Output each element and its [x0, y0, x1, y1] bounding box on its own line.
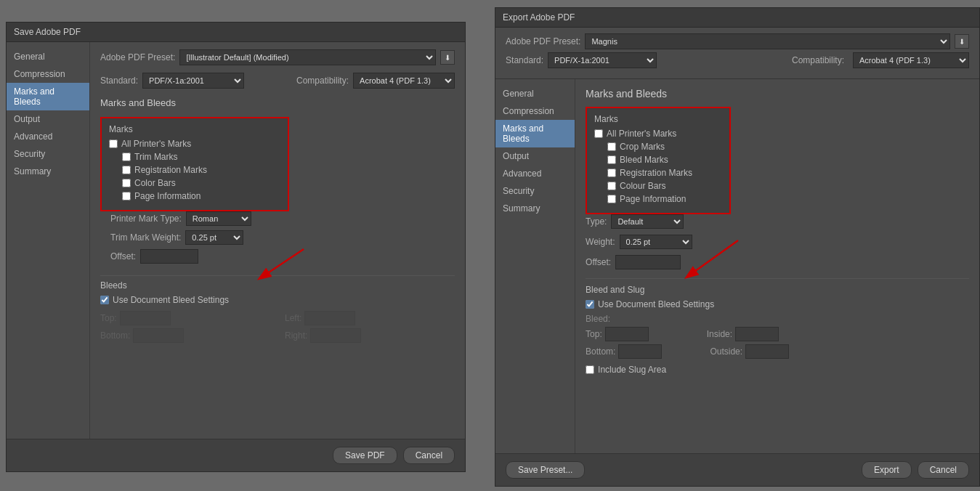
- trim-mark-weight-select[interactable]: 0.25 pt: [185, 230, 243, 245]
- right-standard-label: Standard:: [506, 55, 543, 65]
- right-offset-label: Offset:: [586, 257, 611, 267]
- right-sidebar-security[interactable]: Security: [495, 182, 575, 200]
- bleed-top-label: Top:: [100, 313, 117, 323]
- sidebar-item-marks-bleeds[interactable]: Marks and Bleeds: [7, 83, 89, 110]
- right-preset-label: Adobe PDF Preset:: [506, 36, 580, 46]
- right-sidebar-summary[interactable]: Summary: [495, 200, 575, 217]
- right-preset-select[interactable]: Magnis: [585, 33, 950, 49]
- right-crop-marks-label: Crop Marks: [620, 142, 665, 152]
- right-type-select[interactable]: Default: [611, 214, 684, 229]
- marks-box-title: Marks: [109, 124, 280, 134]
- bleed-bottom: Bottom: 3 mm: [100, 328, 270, 343]
- right-sidebar-advanced[interactable]: Advanced: [495, 165, 575, 182]
- right-bleed-marks-row: Bleed Marks: [607, 155, 722, 165]
- right-standard-select[interactable]: PDF/X-1a:2001: [548, 52, 657, 68]
- compat-label: Compatibility:: [296, 76, 349, 86]
- preset-label: Adobe PDF Preset:: [100, 52, 175, 62]
- right-page-info-checkbox[interactable]: [607, 195, 616, 203]
- section-header: Marks and Bleeds: [100, 97, 455, 108]
- offset-input[interactable]: 2,117 mm: [140, 249, 198, 264]
- preset-icon-btn[interactable]: ⬇: [440, 50, 455, 65]
- svg-line-1: [687, 240, 738, 277]
- right-use-doc-bleed-row: Use Document Bleed Settings: [586, 299, 969, 309]
- color-bars-row: Color Bars: [122, 178, 280, 188]
- right-sidebar-general[interactable]: General: [495, 85, 575, 102]
- right-page-info-row: Page Information: [607, 194, 722, 204]
- export-button[interactable]: Export: [862, 461, 912, 479]
- bleed-right-input[interactable]: 3 mm: [310, 328, 361, 343]
- marks-box: Marks All Printer's Marks Trim Marks Reg…: [100, 117, 289, 211]
- color-bars-checkbox[interactable]: [122, 179, 131, 187]
- export-content: Marks and Bleeds Marks All Printer's Mar…: [575, 79, 979, 453]
- compat-select[interactable]: Acrobat 4 (PDF 1.3): [353, 73, 455, 89]
- offset-label: Offset:: [110, 251, 136, 261]
- include-slug-checkbox[interactable]: [586, 365, 594, 374]
- use-doc-bleed-checkbox[interactable]: [100, 296, 109, 304]
- page-info-checkbox[interactable]: [122, 192, 131, 200]
- right-bleed-inside: Inside: 3 mm: [707, 327, 779, 341]
- right-use-doc-bleed-label: Use Document Bleed Settings: [598, 299, 714, 309]
- export-pdf-dialog: Export Adobe PDF Adobe PDF Preset: Magni…: [495, 7, 980, 487]
- marks-section: Marks All Printer's Marks Trim Marks Reg…: [100, 117, 455, 264]
- right-preset-icon[interactable]: ⬇: [955, 34, 969, 49]
- save-pdf-button[interactable]: Save PDF: [333, 447, 397, 464]
- right-registration-marks-checkbox[interactable]: [607, 169, 616, 177]
- registration-marks-row: Registration Marks: [122, 165, 280, 175]
- export-main: General Compression Marks and Bleeds Out…: [495, 79, 979, 453]
- standard-select[interactable]: PDF/X-1a:2001: [142, 73, 244, 89]
- right-preset-row: Adobe PDF Preset: Magnis ⬇: [506, 33, 969, 49]
- sidebar-item-general[interactable]: General: [7, 48, 89, 65]
- all-printers-marks-checkbox[interactable]: [109, 139, 118, 148]
- right-bleed-inside-label: Inside:: [707, 329, 732, 339]
- right-section-header: Marks and Bleeds: [586, 88, 969, 100]
- sidebar-item-compression[interactable]: Compression: [7, 65, 89, 83]
- right-registration-marks-row: Registration Marks: [607, 168, 722, 178]
- left-cancel-button[interactable]: Cancel: [403, 447, 455, 464]
- all-printers-marks-label: All Printer's Marks: [121, 139, 191, 149]
- printer-mark-type-select[interactable]: Roman: [186, 211, 251, 226]
- right-offset-input[interactable]: 2,117 mm: [615, 255, 681, 269]
- all-printers-marks-row: All Printer's Marks: [109, 139, 280, 149]
- color-bars-label: Color Bars: [134, 178, 176, 188]
- right-type-row: Type: Default: [586, 214, 731, 229]
- right-compat-select[interactable]: Acrobat 4 (PDF 1.3): [853, 52, 969, 68]
- right-use-doc-bleed-checkbox[interactable]: [586, 300, 594, 309]
- sidebar-item-output[interactable]: Output: [7, 110, 89, 128]
- bleed-top-input[interactable]: 3 mm: [120, 311, 171, 325]
- bleed-sublabel: Bleed:: [586, 314, 969, 324]
- bleed-right-label: Right:: [285, 330, 307, 341]
- printer-mark-type-row: Printer Mark Type: Roman: [110, 211, 455, 226]
- sidebar-item-security[interactable]: Security: [7, 145, 89, 163]
- right-marks-box: Marks All Printer's Marks Crop Marks Ble…: [586, 107, 731, 214]
- right-bleed-outside-label: Outside:: [710, 346, 742, 357]
- right-crop-marks-checkbox[interactable]: [607, 142, 616, 151]
- right-bleed-marks-checkbox[interactable]: [607, 155, 616, 164]
- sidebar-item-advanced[interactable]: Advanced: [7, 128, 89, 145]
- right-bleed-top-input[interactable]: 3 mm: [605, 327, 649, 341]
- right-bleed-top: Top: 3 mm: [586, 327, 649, 341]
- right-bleed-outside-input[interactable]: 3 mm: [745, 344, 789, 359]
- right-sidebar-marks-bleeds[interactable]: Marks and Bleeds: [495, 120, 575, 147]
- bleed-left-input[interactable]: 3 mm: [304, 311, 355, 325]
- registration-marks-checkbox[interactable]: [122, 166, 131, 174]
- right-all-printers-label: All Printer's Marks: [607, 129, 676, 139]
- sidebar-item-summary[interactable]: Summary: [7, 163, 89, 180]
- right-sidebar-output[interactable]: Output: [495, 147, 575, 165]
- page-info-label: Page Information: [134, 191, 201, 201]
- red-arrow-left: [246, 242, 311, 285]
- right-colour-bars-checkbox[interactable]: [607, 182, 616, 190]
- left-dialog-footer: Save PDF Cancel: [7, 439, 465, 471]
- save-preset-button[interactable]: Save Preset...: [506, 461, 585, 479]
- bleed-bottom-input[interactable]: 3 mm: [133, 328, 184, 343]
- right-type-label: Type:: [586, 216, 607, 227]
- page-info-row: Page Information: [122, 191, 280, 201]
- right-bleed-bottom-input[interactable]: 3 mm: [618, 344, 662, 359]
- trim-marks-checkbox[interactable]: [122, 153, 131, 161]
- right-bleed-inside-input[interactable]: 3 mm: [735, 327, 779, 341]
- bleed-top: Top: 3 mm: [100, 311, 270, 325]
- preset-select[interactable]: [Illustrator Default] (Modified): [179, 49, 436, 65]
- use-doc-bleed-label: Use Document Bleed Settings: [113, 295, 229, 305]
- right-cancel-button[interactable]: Cancel: [918, 461, 969, 479]
- right-sidebar-compression[interactable]: Compression: [495, 102, 575, 120]
- right-all-printers-checkbox[interactable]: [594, 129, 603, 138]
